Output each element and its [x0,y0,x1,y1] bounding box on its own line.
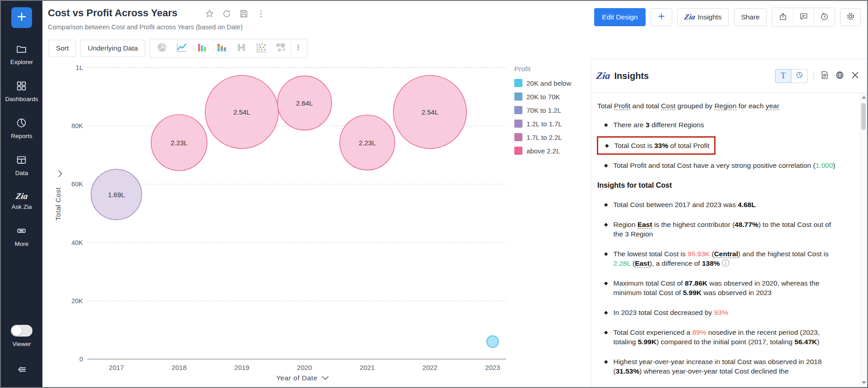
scroll-down-icon[interactable] [862,381,866,384]
chart-type-stacked-bar[interactable] [212,40,231,56]
legend-item[interactable]: 1.2L to 1.7L [514,120,586,128]
insight-bullet: ◆Total Profit and total Cost have a very… [597,161,855,170]
chart-type-line[interactable] [172,40,192,56]
refresh-icon[interactable] [222,9,231,20]
chart-type-more-button[interactable] [291,40,305,56]
header-actions: Edit Design Zia Insights Share [594,8,861,27]
sidebar-item-label: Data [15,170,28,176]
insight-text: There are 3 different Regions [613,120,704,129]
comments-button[interactable] [793,8,814,26]
plus-icon [16,11,27,24]
sidebar-item-data[interactable]: Data [15,154,28,176]
scroll-up-icon[interactable] [862,96,866,99]
gear-icon [846,12,855,23]
scrollbar-thumb[interactable] [861,103,866,130]
chart-type-pie[interactable] [152,40,172,56]
sidebar-item-more[interactable]: More [15,225,29,247]
text-view-toggle[interactable]: T [775,69,791,83]
insights-scrollbar[interactable] [860,93,867,387]
add-report-button[interactable] [651,8,672,26]
settings-button[interactable] [840,8,861,26]
legend-item[interactable]: 20K to 70K [514,92,586,101]
insights-intro: Total Profit and total Cost grouped by R… [597,101,855,111]
y-axis-chevron-icon[interactable] [59,171,62,177]
insight-bullet: ◆The lowest total Cost is 95.93K (Centra… [597,249,855,268]
sidebar-item-reports[interactable]: Reports [11,117,32,139]
insight-bullet: ◆Total Cost experienced a 89% nosedive i… [597,328,855,346]
sort-button[interactable]: Sort [49,40,76,57]
legend-item[interactable]: above 2.2L [514,147,586,155]
insight-text: Total Profit and total Cost grouped by R… [597,102,779,110]
edit-design-button[interactable]: Edit Design [594,8,645,26]
legend-item[interactable]: 20K and below [514,79,586,87]
map-chart-icon [275,41,287,55]
insights-title: Insights [614,71,649,81]
chart-legend-items: 20K and below20K to 70K70K to 1.2L1.2L t… [514,79,586,155]
chart-view-toggle[interactable] [791,69,808,83]
kebab-icon[interactable] [256,9,266,20]
create-new-button[interactable] [11,7,32,28]
chart-type-butterfly[interactable] [231,40,251,56]
insights-content: Total Profit and total Cost grouped by R… [591,93,867,378]
page-subtitle: Comparison between Cost and Profit acros… [48,23,243,31]
diamond-bullet-icon: ◆ [604,120,608,129]
sidebar-item-ask-zia[interactable]: Zia Ask Zia [11,191,32,210]
insights-close-button[interactable] [850,70,860,82]
star-icon[interactable] [205,9,214,20]
chart-bubble-2023[interactable] [487,336,499,347]
scatter-chart-icon [255,41,268,55]
x-axis-title[interactable]: Year of Date [276,374,318,382]
sidebar-item-dashboards[interactable]: Dashboards [5,80,38,102]
legend-label: 1.2L to 1.7L [526,120,562,128]
underlying-data-button[interactable]: Underlying Data [80,40,145,57]
sidebar: Explorer Dashboards Reports Data [1,1,42,387]
share-button[interactable]: Share [734,8,767,26]
insights-section-header: Insights for total Cost [597,180,855,190]
y-tick-label: 80K [71,122,83,129]
alerts-button[interactable] [814,8,835,26]
insight-text: Maximum total Cost of 87.86K was observe… [613,278,841,297]
stacked-bar-chart-icon [215,41,228,55]
legend-swatch [514,92,522,101]
insights-panel: Zia Insights T [591,59,867,387]
bubble-chart[interactable]: 1.69L2.23L2.54L2.64L2.23L2.54L 020K40K60… [48,60,512,387]
insights-report-button[interactable] [820,70,829,82]
zia-insights-label: Insights [697,13,721,21]
chart-type-scatter[interactable] [251,40,271,56]
insight-bullet: ◆Maximum total Cost of 87.86K was observ… [597,278,855,297]
x-axis-chevron-icon[interactable] [322,376,328,379]
insight-bullet: ◆In 2023 total Cost decreased by 93% [597,308,855,317]
x-tick-label: 2022 [422,364,437,371]
save-icon[interactable] [239,9,249,20]
zia-insights-button[interactable]: Zia Insights [677,8,729,26]
insight-bullet: ◆Total Cost between 2017 and 2023 was 4.… [597,200,855,209]
chart-type-map[interactable] [271,40,291,56]
ellipsis-icon [16,225,27,238]
insight-bullet: ◆There are 3 different Regions [597,120,855,129]
diamond-bullet-icon: ◆ [604,328,608,346]
diamond-bullet-icon: ◆ [604,161,608,170]
sidebar-collapse-button[interactable] [1,364,42,377]
x-tick-label: 2021 [360,364,374,371]
legend-item[interactable]: 1.7L to 2.2L [514,133,586,141]
bubble-value-label: 2.54L [421,108,439,116]
sidebar-item-explorer[interactable]: Explorer [10,43,33,65]
insight-text: Region East is the highest contributor (… [613,220,841,239]
legend-swatch [514,120,522,128]
highlighted-insight-box: ◆Total Cost is 33% of total Profit [597,136,716,155]
chart-type-bar[interactable] [192,40,212,56]
bubble-value-label: 2.23L [171,139,188,147]
diamond-bullet-icon: ◆ [604,200,608,209]
insights-language-button[interactable] [835,70,845,82]
diamond-bullet-icon: ◆ [604,308,608,317]
bubble-value-label: 1.69L [108,191,125,199]
insights-view-toggle: T [775,69,808,83]
alert-icon [820,12,829,23]
header-icon-group [772,8,835,27]
legend-item[interactable]: 70K to 1.2L [514,106,586,114]
y-axis-title[interactable]: Total Cost [54,187,62,221]
viewer-toggle[interactable] [11,325,32,337]
legend-label: 20K and below [526,79,571,87]
legend-swatch [514,79,522,87]
export-button[interactable] [772,8,793,26]
